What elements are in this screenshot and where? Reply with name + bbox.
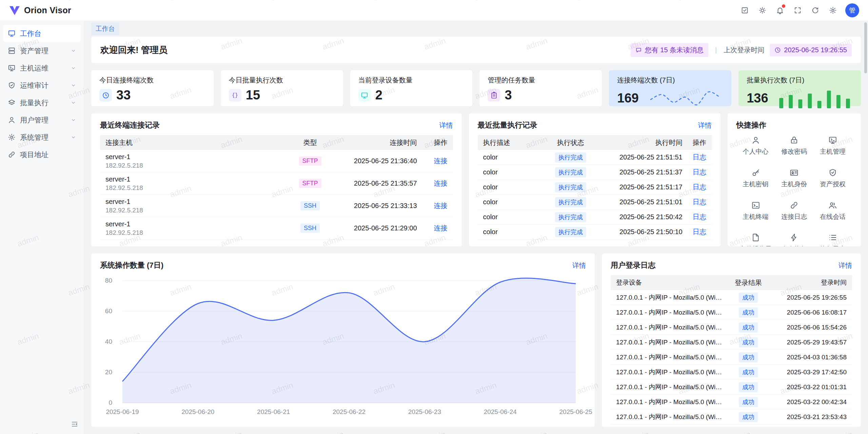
topbar-actions: 管 bbox=[737, 3, 859, 18]
log-link[interactable]: 日志 bbox=[693, 228, 706, 235]
app-brand: Orion Visor bbox=[9, 5, 71, 16]
gear-icon bbox=[8, 133, 16, 141]
chevron-down-icon bbox=[71, 83, 76, 88]
todo-check-icon[interactable] bbox=[737, 3, 752, 18]
quick-action-host-terminal[interactable]: 主机终端 bbox=[736, 201, 775, 221]
link-icon bbox=[8, 151, 16, 158]
quick-action-file-op-log[interactable]: 文件操作日志 bbox=[736, 233, 775, 246]
unread-messages-chip[interactable]: 您有 15 条未读消息 bbox=[631, 43, 708, 57]
quick-action-host-keys[interactable]: 主机密钥 bbox=[736, 168, 775, 188]
sidebar-item-workbench[interactable]: 工作台 bbox=[3, 25, 81, 42]
log-link[interactable]: 日志 bbox=[693, 168, 706, 176]
batch-detail-link[interactable]: 详情 bbox=[698, 121, 712, 130]
quick-action-host-management[interactable]: 主机管理 bbox=[813, 136, 852, 156]
batch-table-row: color 执行完成 2025-06-25 21:51:51 日志 bbox=[478, 150, 712, 165]
storage-icon bbox=[8, 47, 16, 55]
key-icon bbox=[751, 168, 760, 177]
notification-bell-icon[interactable] bbox=[773, 3, 787, 18]
login-result-badge: 成功 bbox=[739, 352, 758, 362]
system-ops-chart bbox=[122, 281, 576, 403]
exec-status-badge: 执行完成 bbox=[555, 212, 586, 222]
quick-action-host-identity[interactable]: 主机身份 bbox=[775, 168, 813, 188]
welcome-title: 欢迎回来! 管理员 bbox=[100, 44, 167, 56]
login-log-row: 127.0.0.1 - 内网IP - Mozilla/5.0 (Windows … bbox=[611, 335, 852, 350]
login-result-badge: 成功 bbox=[739, 322, 758, 333]
login-log-row: 127.0.0.1 - 内网IP - Mozilla/5.0 (Windows … bbox=[611, 410, 852, 424]
idcard-icon bbox=[790, 168, 798, 177]
connect-link[interactable]: 连接 bbox=[434, 157, 448, 165]
list-icon bbox=[828, 233, 837, 242]
quick-action-connection-log[interactable]: 连接日志 bbox=[775, 201, 813, 221]
login-log-row: 127.0.0.1 - 内网IP - Mozilla/5.0 (Windows … bbox=[611, 365, 852, 380]
stat-card-terminal-today: 今日连接终端次数 33 bbox=[91, 70, 214, 106]
shield-icon bbox=[828, 168, 837, 177]
sidebar-item-users[interactable]: 用户管理 bbox=[3, 112, 81, 128]
theme-toggle-icon[interactable] bbox=[755, 3, 769, 18]
chart-y-axis: 020406080 bbox=[100, 281, 118, 403]
sidebar: 工作台 资产管理 主机运维 运维审计 bbox=[0, 21, 84, 434]
terminal-detail-link[interactable]: 详情 bbox=[439, 121, 453, 130]
message-icon bbox=[635, 47, 642, 53]
login-log-panel: 用户登录日志 详情 登录设备 登录结果 登录时间 127.0.0.1 - 内网I… bbox=[602, 253, 861, 427]
sidebar-menu: 工作台 资产管理 主机运维 运维审计 bbox=[0, 25, 84, 163]
stat-card-tasks: 管理的任务数量 3 bbox=[479, 70, 602, 106]
log-link[interactable]: 日志 bbox=[693, 183, 706, 191]
login-log-row: 127.0.0.1 - 内网IP - Mozilla/5.0 (Windows … bbox=[611, 380, 852, 395]
login-detail-link[interactable]: 详情 bbox=[839, 261, 852, 270]
file-icon bbox=[751, 233, 760, 242]
sidebar-item-audit[interactable]: 运维审计 bbox=[3, 77, 81, 94]
main-content: 工作台 欢迎回来! 管理员 您有 15 条未读消息 | 上次登录时间 2025-… bbox=[84, 21, 868, 434]
user-icon bbox=[8, 116, 16, 124]
connect-link[interactable]: 连接 bbox=[434, 224, 448, 232]
sidebar-collapse-icon[interactable] bbox=[70, 419, 80, 429]
divider: | bbox=[715, 46, 717, 54]
terminal-icon bbox=[751, 201, 760, 210]
refresh-icon[interactable] bbox=[808, 3, 822, 18]
scrollbar-thumb[interactable] bbox=[864, 22, 867, 73]
exec-status-badge: 执行完成 bbox=[555, 182, 586, 192]
quick-action-asset-auth[interactable]: 资产授权 bbox=[813, 168, 852, 188]
connect-link[interactable]: 连接 bbox=[434, 180, 448, 187]
quick-action-change-password[interactable]: 修改密码 bbox=[775, 136, 813, 156]
sidebar-item-assets[interactable]: 资产管理 bbox=[3, 42, 81, 59]
batch-table-row: color 执行完成 2025-06-25 21:50:10 日志 bbox=[478, 225, 712, 240]
quick-action-command-exec[interactable]: 命令执行 bbox=[775, 233, 813, 246]
protocol-tag: SFTP bbox=[299, 156, 321, 166]
breadcrumb-item-workbench[interactable]: 工作台 bbox=[91, 22, 119, 35]
quick-action-online-sessions[interactable]: 在线会话 bbox=[813, 201, 852, 221]
login-result-badge: 成功 bbox=[739, 382, 758, 392]
terminal-table-body: server-1 182.92.5.218 SFTP 2025-06-25 21… bbox=[100, 150, 453, 240]
login-log-row: 127.0.0.1 - 内网IP - Mozilla/5.0 (Windows … bbox=[611, 290, 852, 305]
user-avatar[interactable]: 管 bbox=[845, 3, 859, 17]
sidebar-item-host-ops[interactable]: 主机运维 bbox=[3, 60, 81, 76]
user-icon bbox=[751, 136, 760, 145]
quick-action-exec-log[interactable]: 执行日志 bbox=[813, 233, 852, 246]
sidebar-item-project-url[interactable]: 项目地址 bbox=[3, 146, 81, 163]
chart-detail-link[interactable]: 详情 bbox=[572, 261, 586, 270]
quick-action-personal-center[interactable]: 个人中心 bbox=[736, 136, 775, 156]
fullscreen-icon[interactable] bbox=[790, 3, 805, 18]
notification-dot bbox=[782, 4, 785, 8]
log-link[interactable]: 日志 bbox=[693, 198, 706, 206]
login-result-badge: 成功 bbox=[739, 412, 758, 422]
chart-x-axis: 2025-06-192025-06-202025-06-212025-06-22… bbox=[122, 405, 576, 415]
sidebar-item-system[interactable]: 系统管理 bbox=[3, 129, 81, 146]
login-result-badge: 成功 bbox=[739, 367, 758, 377]
last-login-time-chip: 2025-06-25 19:26:55 bbox=[770, 44, 852, 56]
bolt-icon bbox=[790, 233, 798, 242]
batch-table-row: color 执行完成 2025-06-25 21:51:01 日志 bbox=[478, 195, 712, 210]
log-link[interactable]: 日志 bbox=[693, 213, 706, 221]
settings-gear-icon[interactable] bbox=[826, 3, 840, 18]
exec-status-badge: 执行完成 bbox=[555, 167, 586, 177]
log-link[interactable]: 日志 bbox=[693, 153, 706, 161]
chevron-down-icon bbox=[71, 117, 76, 122]
sidebar-item-batch[interactable]: 批量执行 bbox=[3, 94, 81, 111]
lock-icon bbox=[790, 136, 798, 145]
chevron-down-icon bbox=[71, 135, 76, 140]
monitor-icon bbox=[358, 89, 371, 101]
monitor-icon bbox=[828, 136, 837, 145]
connect-link[interactable]: 连接 bbox=[434, 202, 448, 209]
topbar: Orion Visor 管 bbox=[0, 0, 868, 21]
recent-batch-panel: 最近批量执行记录 详情 执行描述 执行状态 执行时间 操作 color 执行完成 bbox=[469, 113, 721, 246]
protocol-tag: SFTP bbox=[299, 179, 321, 188]
